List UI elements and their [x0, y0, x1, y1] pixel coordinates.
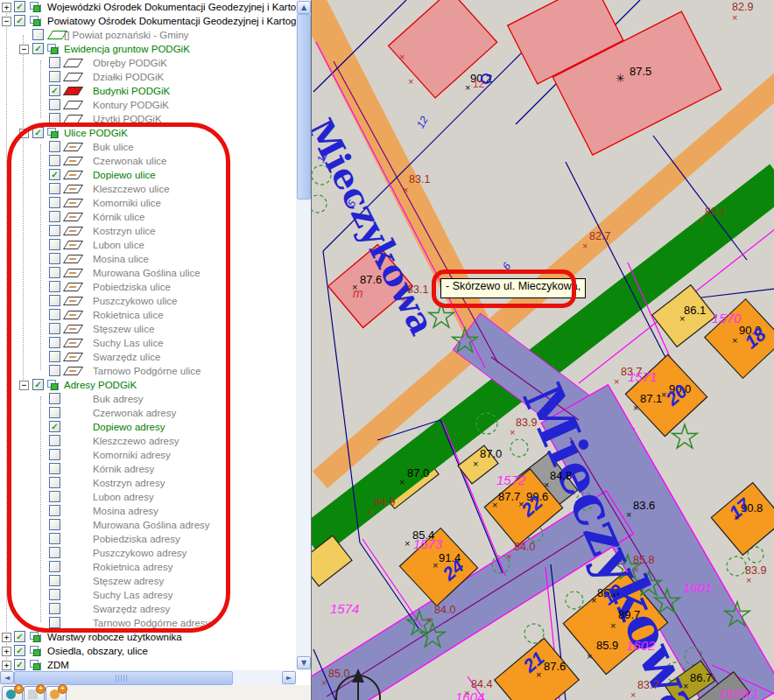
layers-icon	[29, 15, 41, 26]
parcel-number-label: 1629/1	[719, 686, 759, 700]
cross-black-icon: ×	[679, 314, 685, 324]
layer-checkbox[interactable]	[49, 99, 60, 110]
map-value-label: 82.7	[589, 230, 610, 242]
minus-expander-icon[interactable]: −	[2, 17, 11, 26]
layer-checkbox[interactable]	[49, 57, 60, 68]
map-canvas[interactable]	[312, 0, 774, 700]
layer-checkbox[interactable]: ✓	[14, 645, 25, 656]
map-value-label: 84.4	[471, 678, 492, 690]
tree-item-label: Działki PODGiK	[93, 72, 164, 82]
layer-checkbox[interactable]: ✓	[14, 631, 25, 642]
layers-icon	[29, 645, 41, 656]
layer-checkbox[interactable]: ✓	[14, 1, 25, 12]
sheet-add-button[interactable]: +	[24, 686, 45, 700]
vertical-scroll-thumb[interactable]	[297, 14, 311, 200]
tree-item[interactable]: Kontury PODGiK	[0, 98, 296, 112]
map-value-label: 84.9	[374, 496, 395, 508]
map-value-label: 87.0	[480, 447, 502, 460]
tree-item[interactable]: +✓ZDM	[0, 658, 296, 670]
poly-plain-icon	[62, 73, 81, 81]
layers-icon	[46, 43, 59, 54]
map-value-label: 83.6	[633, 499, 655, 512]
parcel-number-label: 1601	[683, 580, 712, 595]
layer-checkbox[interactable]: ✓	[14, 659, 25, 670]
parcel-number-label: 1604	[455, 690, 484, 700]
tree-item[interactable]: Obręby PODGiK	[0, 56, 296, 70]
cross-red-icon: ×	[582, 242, 588, 251]
tree-item-label: Wojewódzki Ośrodek Dokumentacji Geodezyj…	[47, 2, 296, 12]
map-value-label: 84.8	[550, 469, 572, 482]
cross-black-icon: ×	[465, 83, 470, 93]
plus-expander-icon[interactable]: +	[2, 647, 11, 656]
app-window: +✓Wojewódzki Ośrodek Dokumentacji Geodez…	[0, 0, 774, 700]
map-value-label: 87.5	[630, 65, 651, 78]
parcel-number-label: 1573	[413, 536, 442, 551]
tree-item[interactable]: −✓Powiatowy Ośrodek Dokumentacji Geodezy…	[0, 14, 296, 28]
map-value-label: 86.7	[690, 671, 712, 684]
scroll-down-button[interactable]: ▼	[297, 656, 311, 669]
poly-plain-icon	[62, 101, 81, 109]
cross-black-icon: ×	[683, 682, 688, 691]
map-value-label: 84.0	[434, 604, 455, 616]
map-value-label: 87.7	[498, 490, 520, 503]
tree-item-label: ZDM	[47, 660, 69, 670]
scroll-up-button[interactable]: ▲	[297, 1, 311, 14]
map-value-label: 83.9	[516, 416, 537, 429]
cross-red-icon: ×	[403, 186, 408, 195]
tree-item[interactable]: +✓Wojewódzki Ośrodek Dokumentacji Geodez…	[0, 0, 296, 14]
layer-checkbox[interactable]: ✓	[32, 43, 44, 54]
layer-checkbox[interactable]: ✓	[14, 15, 25, 26]
vertical-scrollbar[interactable]: ▲ ▼	[296, 0, 311, 670]
map-value-label: 83.1	[705, 206, 726, 218]
globe-add-button[interactable]: +	[46, 686, 67, 700]
cross-black-icon: ×	[626, 510, 631, 520]
map-value-label: 87.1	[640, 392, 662, 405]
tree-item[interactable]: ✓Budynki PODGiK	[0, 84, 296, 98]
plus-badge-icon: +	[58, 684, 67, 694]
plus-expander-icon[interactable]: +	[2, 633, 11, 642]
annotation-oval-tree	[7, 122, 230, 633]
layer-checkbox[interactable]: ✓	[49, 85, 60, 96]
poly-red-icon	[62, 87, 81, 95]
minus-expander-icon[interactable]: −	[19, 45, 29, 54]
tree-item-label: Budynki PODGiK	[93, 86, 170, 96]
cross-black-icon: ×	[633, 403, 638, 413]
cross-black-icon: ×	[352, 283, 357, 292]
horizontal-scrollbar[interactable]: ◄ ►	[0, 670, 296, 685]
cross-black-icon: ×	[433, 561, 438, 570]
plus-expander-icon[interactable]: +	[2, 661, 11, 670]
layer-checkbox[interactable]	[32, 29, 44, 40]
tree-item-label: Warstwy robocze użytkownika	[47, 632, 182, 642]
cross-black-icon: ×	[399, 478, 405, 487]
cross-black-icon: ×	[587, 652, 592, 662]
plus-badge-icon: +	[36, 684, 46, 694]
selected-point-icon	[481, 74, 491, 84]
scroll-right-button[interactable]: ►	[282, 671, 296, 684]
map-viewport[interactable]: MieczykowaMieczykowa82.987.590.212121156…	[311, 0, 774, 700]
cross-black-icon: ×	[591, 596, 596, 606]
cross-red-icon: ×	[614, 377, 619, 387]
map-value-label: 83.1	[409, 173, 430, 186]
parcel-number-label: 1572	[496, 472, 525, 487]
poly-green-icon	[46, 31, 66, 39]
plus-expander-icon[interactable]: +	[2, 3, 11, 12]
tree-item[interactable]: Działki PODGiK	[0, 70, 296, 84]
cross-black-icon: ×	[405, 539, 410, 549]
cross-black-icon: ×	[473, 459, 478, 469]
tree-item[interactable]: [] Powiat poznański - Gminy	[0, 28, 296, 42]
map-add-button[interactable]: +	[2, 686, 23, 700]
tree-item[interactable]: +✓Osiedla, obszary, ulice	[0, 644, 296, 658]
scroll-left-button[interactable]: ◄	[0, 671, 14, 684]
layer-checkbox[interactable]	[49, 71, 60, 82]
cross-red-icon: ×	[510, 428, 515, 438]
tree-item-label: Osiedla, obszary, ulice	[47, 646, 148, 656]
cross-red-icon: ×	[368, 508, 373, 517]
layers-icon	[29, 1, 41, 12]
cross-black-icon: ×	[492, 500, 497, 510]
tree-item-label: Obręby PODGiK	[93, 58, 167, 68]
horizontal-scroll-thumb[interactable]	[14, 671, 233, 685]
cross-red-icon: ×	[408, 77, 413, 87]
tree-item-label: Kontury PODGiK	[93, 100, 169, 110]
tree-item[interactable]: −✓Ewidencja gruntow PODGiK	[0, 42, 296, 56]
tree-item-label: Ewidencja gruntow PODGiK	[64, 44, 190, 54]
